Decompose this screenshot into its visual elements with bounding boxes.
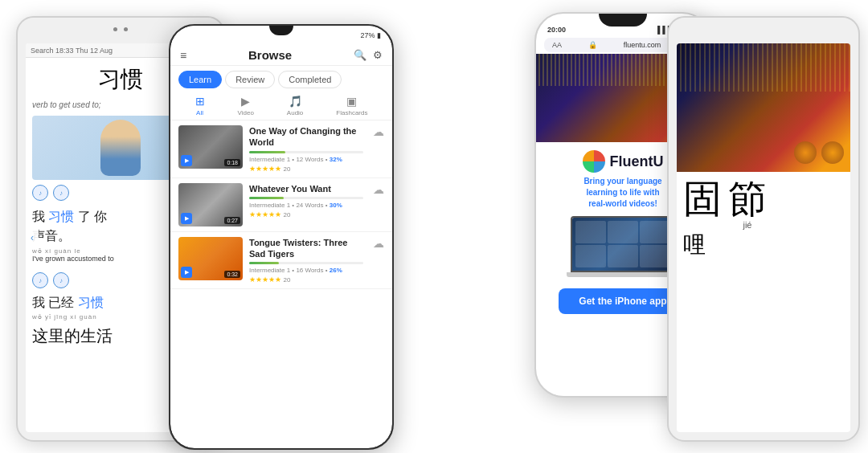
scene: Search 18:33 Thu 12 Aug Add to 习惯 verb t… — [0, 0, 868, 453]
download-icon-2[interactable]: ☁ — [370, 183, 384, 196]
video-label: Video — [238, 109, 254, 116]
filter-icon[interactable]: ⚙ — [373, 49, 383, 61]
video-title-3: Tongue Twisters: Three Sad Tigers — [249, 237, 363, 260]
video-thumb-2: ▶ 0:27 — [178, 183, 243, 226]
ipad-right: 固 節 jié 哩 — [667, 16, 860, 442]
audio-button-2[interactable]: ♪ — [53, 185, 69, 201]
video-item-3[interactable]: ▶ 0:32 Tongue Twisters: Three Sad Tigers… — [170, 232, 392, 290]
big-char-2: 節 — [728, 178, 767, 220]
audio-label: Audio — [287, 109, 303, 116]
stars-3: ★★★★★ 20 — [249, 275, 363, 284]
iphone-time: 20:00 — [547, 26, 566, 34]
audio-icon: 🎵 — [289, 95, 302, 108]
status-icons: 27% ▮ — [360, 31, 381, 39]
video-thumb-1: ▶ 0:18 — [178, 125, 243, 169]
filter-all[interactable]: ⊞ All — [195, 95, 205, 116]
play-button-2[interactable]: ▶ — [181, 213, 192, 224]
fluentu-logo-icon — [583, 150, 605, 173]
audio-button-4[interactable]: ♪ — [53, 272, 69, 288]
video-title-2: Whatever You Want — [249, 183, 363, 194]
aa-label: AA — [552, 41, 562, 49]
play-button-3[interactable]: ▶ — [181, 267, 192, 278]
grid-icon: ⊞ — [195, 95, 205, 108]
tab-learn[interactable]: Learn — [178, 71, 222, 88]
duration-2: 0:27 — [224, 217, 240, 224]
flashcard-icon: ▣ — [346, 95, 357, 108]
video-item-2[interactable]: ▶ 0:27 Whatever You Want Intermediate 1 … — [170, 178, 392, 232]
android-screen: 27% ▮ ≡ Browse 🔍 ⚙ Learn Review Complete… — [170, 26, 392, 448]
fluentu-name: FluentU — [610, 153, 664, 170]
video-title-1: One Way of Changing the World — [249, 125, 363, 149]
nav-icons: 🔍 ⚙ — [354, 49, 383, 61]
bottom-chars: 哩 — [677, 230, 850, 260]
jie-pinyin: jié — [728, 220, 767, 230]
video-icon: ▶ — [241, 95, 250, 108]
back-chevron-icon[interactable]: ‹ — [26, 226, 39, 249]
video-info-3: Tongue Twisters: Three Sad Tigers Interm… — [249, 237, 363, 284]
char-row: 固 節 jié — [677, 172, 850, 230]
url-text: fluentu.com — [624, 41, 661, 49]
video-info-2: Whatever You Want Intermediate 1 • 24 Wo… — [249, 183, 363, 218]
search-icon[interactable]: 🔍 — [354, 49, 366, 61]
flashcards-label: Flashcards — [336, 109, 367, 116]
laptop-mockup — [567, 216, 679, 280]
video-item-1[interactable]: ▶ 0:18 One Way of Changing the World Int… — [170, 120, 392, 178]
browse-title: Browse — [248, 48, 292, 62]
filter-audio[interactable]: 🎵 Audio — [287, 95, 303, 116]
duration-1: 0:18 — [224, 159, 240, 166]
stars-1: ★★★★★ 20 — [249, 165, 363, 173]
video-list: ▶ 0:18 One Way of Changing the World Int… — [170, 120, 392, 289]
stars-2: ★★★★★ 20 — [249, 210, 363, 218]
video-thumb-3: ▶ 0:32 — [178, 237, 243, 280]
big-char-1: 固 — [683, 178, 722, 220]
ipad-right-screen: 固 節 jié 哩 — [677, 43, 850, 432]
iphone-notch — [599, 14, 647, 27]
tab-completed[interactable]: Completed — [278, 71, 342, 88]
duration-3: 0:32 — [224, 271, 240, 278]
video-meta-2: Intermediate 1 • 24 Words • 30% — [249, 202, 363, 209]
bottom-char-1: 哩 — [683, 230, 706, 260]
audio-button-1[interactable]: ♪ — [32, 185, 48, 201]
android-phone: 27% ▮ ≡ Browse 🔍 ⚙ Learn Review Complete… — [169, 24, 394, 450]
video-meta-3: Intermediate 1 • 16 Words • 26% — [249, 267, 363, 274]
hamburger-icon[interactable]: ≡ — [180, 49, 186, 62]
video-meta-1: Intermediate 1 • 12 Words • 32% — [249, 156, 363, 163]
audio-button-3[interactable]: ♪ — [32, 272, 48, 288]
all-label: All — [196, 109, 203, 116]
filter-flashcards[interactable]: ▣ Flashcards — [336, 95, 367, 116]
lock-icon: 🔒 — [588, 41, 597, 49]
play-button-1[interactable]: ▶ — [181, 155, 192, 166]
download-icon-1[interactable]: ☁ — [370, 125, 384, 138]
tab-review[interactable]: Review — [225, 71, 275, 88]
tab-row: Learn Review Completed — [170, 66, 392, 88]
icon-row: ⊞ All ▶ Video 🎵 Audio ▣ Flashcards — [170, 88, 392, 120]
filter-video[interactable]: ▶ Video — [238, 95, 254, 116]
download-icon-3[interactable]: ☁ — [370, 237, 384, 250]
ipad-left-status: Search 18:33 Thu 12 Aug — [31, 47, 113, 55]
video-info-1: One Way of Changing the World Intermedia… — [249, 125, 363, 173]
venue-image — [677, 43, 850, 172]
android-top-nav: ≡ Browse 🔍 ⚙ — [170, 45, 392, 66]
